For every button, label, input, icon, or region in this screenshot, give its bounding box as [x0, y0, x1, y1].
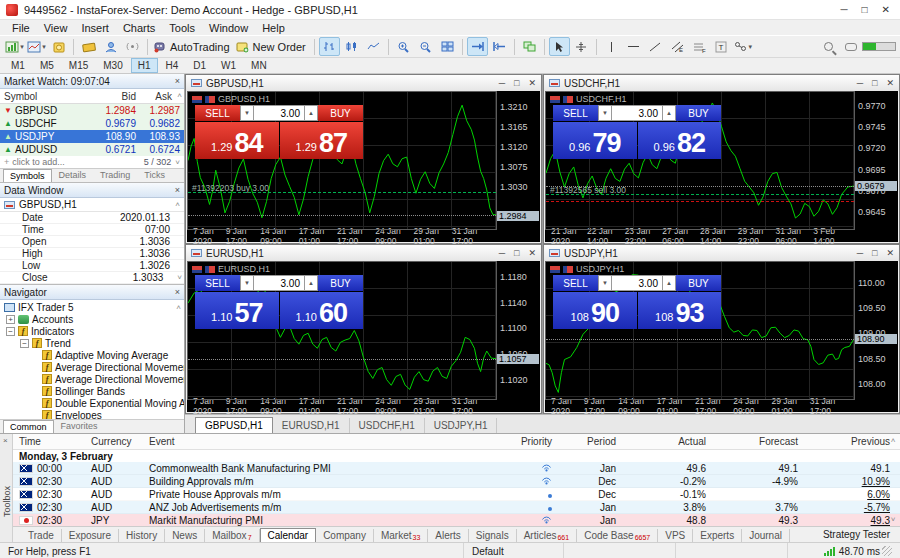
objects-button[interactable]: ▾: [733, 37, 754, 56]
volume-decrease-button[interactable]: ▼: [598, 105, 612, 121]
search-icon[interactable]: [818, 37, 839, 56]
chart-plot-gbpusd[interactable]: GBPUSD,H1 #11392203 buy 3.00 SELL ▼ 3.00…: [187, 91, 496, 230]
zoom-out-button[interactable]: [415, 37, 436, 56]
chart-shift-button[interactable]: [489, 37, 510, 56]
sell-price[interactable]: 1.2984: [195, 122, 279, 159]
collapse-icon[interactable]: −: [20, 339, 29, 348]
menu-item[interactable]: Help: [256, 22, 291, 34]
chart-tab[interactable]: GBPUSD,H1: [195, 417, 273, 433]
volume-increase-button[interactable]: ▲: [662, 105, 676, 121]
scroll-down-icon[interactable]: ˅: [175, 158, 180, 167]
chart-maximize-button[interactable]: □: [514, 248, 519, 258]
chart-close-button[interactable]: ✕: [886, 248, 894, 258]
chart-window-titlebar[interactable]: EURUSD,H1 ─ □ ✕: [186, 245, 541, 261]
market-watch-row[interactable]: ▼GBPUSD 1.29841.2987: [0, 104, 184, 117]
auto-scroll-button[interactable]: [467, 37, 488, 56]
buy-price[interactable]: 10893: [638, 292, 722, 329]
community-button[interactable]: [100, 37, 121, 56]
timeframe-button[interactable]: H1: [131, 58, 158, 73]
sell-button[interactable]: SELL: [195, 275, 240, 291]
toolbox-tab[interactable]: Alerts: [428, 529, 469, 542]
buy-button[interactable]: BUY: [318, 275, 363, 291]
sell-price[interactable]: 10890: [553, 292, 637, 329]
sell-button[interactable]: SELL: [195, 105, 240, 121]
market-watch-row[interactable]: ▲USDCHF 0.96790.9682: [0, 117, 184, 130]
buy-button[interactable]: BUY: [676, 275, 721, 291]
market-watch-tab[interactable]: Trading: [93, 168, 137, 182]
tile-windows-button[interactable]: [437, 37, 458, 56]
sell-button[interactable]: SELL: [553, 275, 598, 291]
tree-item-indicator[interactable]: fEnvelopes: [0, 409, 184, 419]
volume-increase-button[interactable]: ▲: [662, 275, 676, 291]
volume-increase-button[interactable]: ▲: [304, 275, 318, 291]
scroll-up-icon[interactable]: ˄: [177, 91, 182, 100]
menu-item[interactable]: Charts: [117, 22, 161, 34]
chart-maximize-button[interactable]: □: [872, 78, 877, 88]
navigator-close-icon[interactable]: ×: [175, 287, 180, 297]
buy-price[interactable]: 1.2987: [280, 122, 364, 159]
toolbox-tab[interactable]: Experts: [693, 529, 742, 542]
deposit-button[interactable]: [48, 37, 69, 56]
zoom-in-button[interactable]: [393, 37, 414, 56]
volume-decrease-button[interactable]: ▼: [240, 275, 254, 291]
tree-item-indicator[interactable]: fAdaptive Moving Average: [0, 349, 184, 361]
fibonacci-button[interactable]: F: [689, 37, 710, 56]
buy-price[interactable]: 1.1060: [280, 292, 364, 329]
menu-item[interactable]: Insert: [75, 22, 115, 34]
horizontal-line-button[interactable]: [623, 37, 644, 56]
chart-plot-eurusd[interactable]: EURUSD,H1 SELL ▼ 3.00 ▲ BUY: [187, 261, 496, 400]
menu-item[interactable]: Tools: [163, 22, 201, 34]
window-maximize-button[interactable]: □: [862, 4, 868, 15]
menu-item[interactable]: View: [38, 22, 74, 34]
timeframe-button[interactable]: D1: [186, 58, 213, 73]
bar-chart-button[interactable]: [319, 37, 340, 56]
chart-plot-usdchf[interactable]: USDCHF,H1 #11392565 sell 3.00 SELL ▼ 3.0…: [545, 91, 854, 230]
resize-grip[interactable]: [882, 546, 892, 556]
autotrading-button[interactable]: AutoTrading: [152, 37, 234, 56]
arrange-windows-button[interactable]: [519, 37, 540, 56]
tree-item-indicator[interactable]: fBollinger Bands: [0, 385, 184, 397]
market-watch-row-selected[interactable]: ▲USDJPY 108.90108.93: [0, 130, 184, 143]
sell-price[interactable]: 0.9679: [553, 122, 637, 159]
calendar-row[interactable]: 02:30 AUD ANZ Job Advertisements m/m Jan…: [13, 501, 900, 514]
chart-window-titlebar[interactable]: USDCHF,H1 ─ □ ✕: [544, 75, 899, 91]
timeframe-button[interactable]: MN: [244, 58, 274, 73]
tree-item-trend[interactable]: −fTrend: [0, 337, 184, 349]
calendar-scrollbar[interactable]: ˄ ˅: [887, 436, 899, 524]
chart-plot-usdjpy[interactable]: USDJPY,H1 SELL ▼ 3.00 ▲ BUY: [545, 261, 854, 400]
timeframe-button[interactable]: M1: [4, 58, 32, 73]
timeframe-button[interactable]: M30: [96, 58, 129, 73]
navigator-tab[interactable]: Common: [3, 420, 54, 433]
collapse-icon[interactable]: −: [6, 327, 15, 336]
volume-input[interactable]: 3.00: [254, 275, 304, 291]
text-label-button[interactable]: T: [711, 37, 732, 56]
chart-window-titlebar[interactable]: USDJPY,H1 ─ □ ✕: [544, 245, 899, 261]
chart-close-button[interactable]: ✕: [528, 78, 536, 88]
chart-minimize-button[interactable]: ─: [857, 78, 863, 88]
timeframe-button[interactable]: W1: [214, 58, 243, 73]
volume-input[interactable]: 3.00: [612, 275, 662, 291]
market-watch-tab[interactable]: Details: [52, 168, 94, 182]
toolbox-tab[interactable]: Mailbox7: [205, 529, 259, 542]
chart-minimize-button[interactable]: ─: [499, 78, 505, 88]
volume-input[interactable]: 3.00: [254, 105, 304, 121]
expand-icon[interactable]: +: [6, 315, 15, 324]
buy-price[interactable]: 0.9682: [638, 122, 722, 159]
volume-decrease-button[interactable]: ▼: [240, 105, 254, 121]
timeframe-button[interactable]: M5: [33, 58, 61, 73]
tree-item-indicator[interactable]: fAverage Directional Movement: [0, 361, 184, 373]
scroll-down-icon[interactable]: ˅: [177, 273, 184, 282]
trendline-button[interactable]: [645, 37, 666, 56]
chart-minimize-button[interactable]: ─: [857, 248, 863, 258]
tree-item-indicator[interactable]: fAverage Directional Movement: [0, 373, 184, 385]
new-chart-button[interactable]: ▾: [4, 37, 25, 56]
volume-input[interactable]: 3.00: [612, 105, 662, 121]
tree-item-accounts[interactable]: +Accounts: [0, 313, 184, 325]
toolbox-tab[interactable]: News: [165, 529, 205, 542]
market-watch-tab[interactable]: Symbols: [3, 169, 52, 182]
chart-tab[interactable]: USDJPY,H1: [425, 418, 498, 433]
chart-close-button[interactable]: ✕: [528, 248, 536, 258]
chart-maximize-button[interactable]: □: [514, 78, 519, 88]
navigator-tab[interactable]: Favorites: [54, 419, 105, 433]
data-window-close-icon[interactable]: ×: [175, 185, 180, 195]
